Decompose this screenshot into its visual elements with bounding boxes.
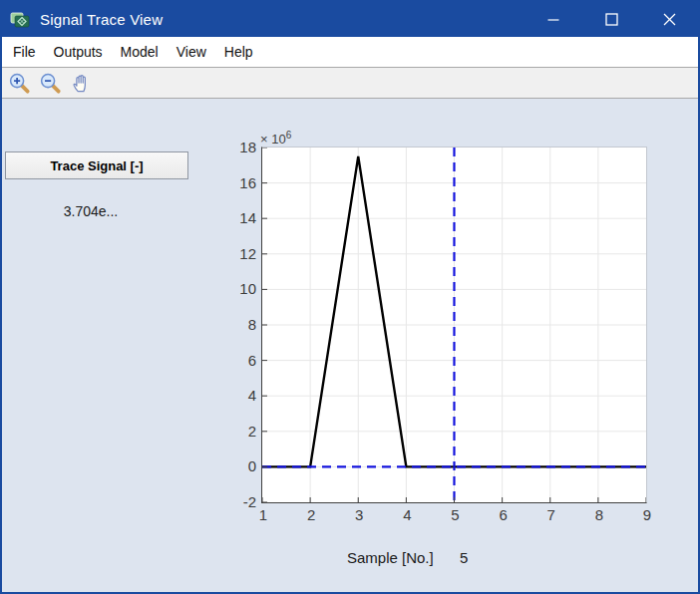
y-tick-label: 16 — [214, 175, 256, 191]
menu-model[interactable]: Model — [112, 37, 168, 67]
y-tick-label: 8 — [214, 317, 256, 333]
y-tick-label: 18 — [214, 140, 256, 155]
x-axis-label: Sample [No.] — [347, 549, 434, 566]
y-tick-label: 12 — [214, 246, 256, 262]
x-tick-label: 4 — [392, 507, 422, 523]
x-tick-label: 6 — [489, 507, 519, 523]
menu-help[interactable]: Help — [215, 37, 262, 67]
x-tick-label: 1 — [248, 507, 278, 523]
toolbar — [2, 68, 698, 99]
main-area: Trace Signal [-] 3.704e... × 106 -202468… — [2, 99, 698, 592]
menu-view[interactable]: View — [168, 37, 215, 67]
minimize-icon — [547, 14, 559, 26]
x-tick-label: 5 — [441, 507, 471, 523]
trace-plot-svg — [262, 148, 646, 502]
minimize-button[interactable] — [525, 2, 582, 37]
x-tick-label: 2 — [296, 507, 326, 523]
menu-file[interactable]: File — [4, 37, 45, 67]
trace-signal-button[interactable]: Trace Signal [-] — [5, 151, 188, 179]
x-tick-label: 7 — [536, 507, 566, 523]
trace-value: 3.704e... — [5, 203, 176, 219]
y-tick-label: -2 — [214, 494, 256, 510]
x-tick-label: 8 — [584, 507, 614, 523]
window-controls — [525, 2, 698, 37]
pan-hand-icon — [70, 72, 93, 95]
zoom-out-icon — [39, 72, 62, 95]
y-tick-label: 14 — [214, 210, 256, 226]
menubar: File Outputs Model View Help — [2, 37, 698, 68]
y-tick-label: 4 — [214, 388, 256, 404]
y-tick-label: 0 — [214, 458, 256, 474]
sample-value: 5 — [460, 549, 468, 566]
pan-button[interactable] — [68, 70, 94, 96]
maximize-button[interactable] — [582, 2, 640, 37]
app-icon — [10, 10, 30, 30]
zoom-in-button[interactable] — [6, 70, 32, 96]
zoom-out-button[interactable] — [37, 70, 63, 96]
close-button[interactable] — [640, 2, 698, 37]
plot-area[interactable]: × 106 -2024681012141618 123456789 — [261, 147, 647, 503]
app-window: Signal Trace View File Outputs Model Vie… — [0, 0, 700, 594]
window-title: Signal Trace View — [40, 11, 163, 28]
menu-outputs[interactable]: Outputs — [45, 37, 112, 67]
x-tick-label: 9 — [632, 507, 662, 523]
close-icon — [663, 13, 676, 26]
y-tick-label: 6 — [214, 353, 256, 369]
zoom-in-icon — [8, 72, 31, 95]
maximize-icon — [605, 13, 618, 26]
y-axis-exponent-label: × 106 — [260, 130, 291, 147]
titlebar: Signal Trace View — [2, 2, 698, 37]
y-tick-label: 10 — [214, 281, 256, 297]
y-tick-label: 2 — [214, 424, 256, 440]
x-tick-label: 3 — [344, 507, 374, 523]
